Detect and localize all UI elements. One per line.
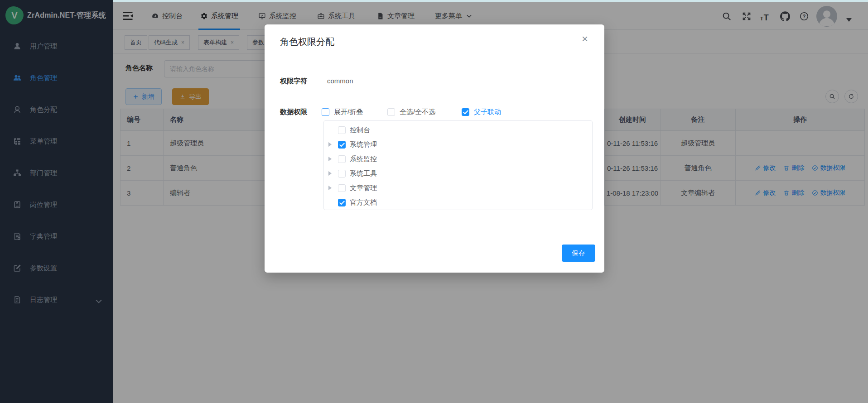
role-permission-dialog: 角色权限分配 × 权限字符 common 数据权限 展开/折叠 全选/全不选 父… [265, 24, 604, 273]
select-all-checkbox[interactable]: 全选/全不选 [387, 108, 435, 116]
tree-node-label: 文章管理 [350, 184, 377, 192]
parent-child-link-checkbox[interactable]: 父子联动 [462, 108, 501, 116]
top-edge-strip [113, 0, 868, 2]
dialog-close-icon[interactable]: × [582, 34, 588, 44]
checkbox-checked-icon[interactable] [338, 199, 346, 206]
tree-node-tools[interactable]: 系统工具 [324, 166, 592, 181]
tree-node-docs[interactable]: 官方文档 [324, 195, 592, 210]
tree-node-articles[interactable]: 文章管理 [324, 181, 592, 195]
checkbox-label: 展开/折叠 [334, 108, 363, 116]
perm-char-value: common [327, 77, 353, 85]
checkbox-checked-icon[interactable] [338, 141, 346, 149]
checkbox-unchecked-icon[interactable] [338, 184, 346, 192]
tree-node-console[interactable]: 控制台 [324, 123, 592, 137]
tree-node-monitor[interactable]: 系统监控 [324, 152, 592, 166]
expand-arrow-icon[interactable] [328, 156, 334, 162]
dialog-title: 角色权限分配 [280, 36, 334, 48]
tree-node-label: 系统工具 [350, 169, 377, 178]
tree-node-label: 官方文档 [350, 198, 377, 207]
checkbox-unchecked-icon[interactable] [322, 108, 329, 116]
app-screen: V ZrAdmin.NET-管理系统 用户管理 角色管理 角色分配 菜单管理 部… [0, 0, 868, 403]
expand-arrow-icon[interactable] [328, 142, 334, 147]
tree-node-label: 控制台 [350, 126, 370, 134]
expand-arrow-icon[interactable] [328, 185, 334, 191]
data-permission-label: 数据权限 [280, 108, 307, 116]
expand-collapse-checkbox[interactable]: 展开/折叠 [322, 108, 363, 116]
checkbox-label: 父子联动 [474, 108, 501, 116]
expand-arrow-slot [328, 200, 334, 205]
permission-tree: 控制台 系统管理 系统监控 系统工具 文章管理 [323, 120, 593, 210]
checkbox-unchecked-icon[interactable] [338, 155, 346, 163]
checkbox-unchecked-icon[interactable] [338, 126, 346, 134]
tree-node-label: 系统管理 [350, 140, 377, 149]
save-button[interactable]: 保存 [562, 245, 595, 262]
tree-node-label: 系统监控 [350, 155, 377, 163]
expand-arrow-slot [328, 127, 334, 133]
checkbox-unchecked-icon[interactable] [338, 170, 346, 178]
expand-arrow-icon[interactable] [328, 171, 334, 176]
checkbox-unchecked-icon[interactable] [387, 108, 395, 116]
perm-char-label: 权限字符 [280, 77, 307, 86]
checkbox-checked-icon[interactable] [462, 108, 469, 116]
tree-node-system[interactable]: 系统管理 [324, 137, 592, 152]
checkbox-label: 全选/全不选 [400, 108, 435, 116]
